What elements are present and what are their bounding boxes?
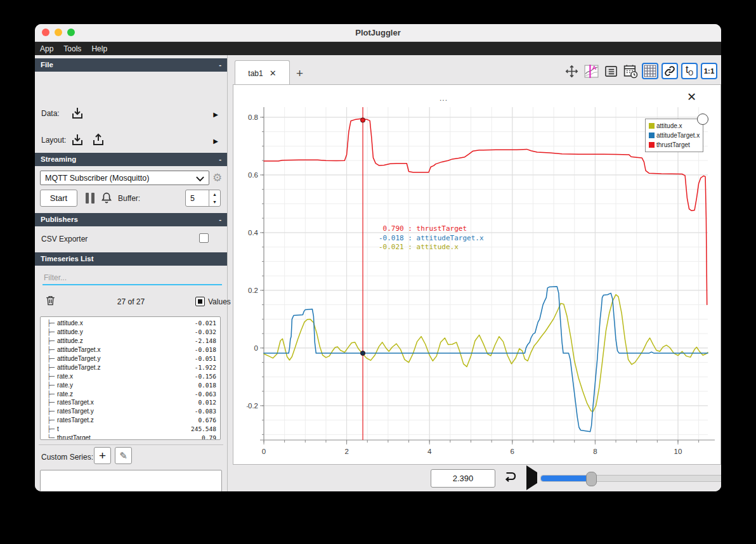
pause-icon[interactable] <box>86 193 94 204</box>
tree-branch-icon: ├─ <box>47 425 55 432</box>
series-value: -0.051 <box>195 355 216 362</box>
file-section-header[interactable]: File - <box>35 58 227 72</box>
curve-tracker-button[interactable]: A <box>583 63 599 79</box>
start-streaming-button[interactable]: Start <box>40 190 77 207</box>
menu-tools[interactable]: Tools <box>63 44 81 53</box>
series-name[interactable]: rate.y <box>57 382 198 389</box>
menu-app[interactable]: App <box>40 44 53 53</box>
load-layout-button[interactable] <box>70 133 85 148</box>
list-item[interactable]: ├─rate.x-0.156 <box>41 372 220 380</box>
legend-handle-icon[interactable] <box>697 113 708 125</box>
series-name[interactable]: t <box>57 425 191 432</box>
list-item[interactable]: ├─ratesTarget.z0.676 <box>41 416 220 425</box>
save-layout-button[interactable] <box>91 133 106 148</box>
series-name[interactable]: ratesTarget.y <box>57 408 195 415</box>
splitter-dots[interactable]: ... <box>440 94 448 103</box>
load-data-button[interactable] <box>70 106 85 121</box>
tracker-readout-line: -0.018 : attitudeTarget.x <box>379 234 484 243</box>
add-tab-button[interactable]: + <box>296 67 303 81</box>
filter-input[interactable] <box>42 271 222 285</box>
pan-tool-button[interactable] <box>563 63 580 79</box>
series-name[interactable]: rate.x <box>57 373 195 380</box>
tree-branch-icon: └─ <box>47 434 55 440</box>
legend-entry[interactable]: attitude.x <box>649 121 700 131</box>
list-item[interactable]: ├─attitudeTarget.y-0.051 <box>41 354 220 363</box>
plot-area[interactable]: 02468100.80.60.40.20-0.2 0.790 : thrustT… <box>247 107 716 462</box>
custom-series-list[interactable] <box>40 470 222 491</box>
series-name[interactable]: attitudeTarget.x <box>57 346 195 353</box>
loop-icon <box>501 469 518 484</box>
values-checkbox[interactable] <box>195 297 205 306</box>
svg-text:0.6: 0.6 <box>248 171 258 179</box>
close-plot-icon[interactable]: ✕ <box>687 91 696 103</box>
tree-branch-icon: ├─ <box>47 391 55 398</box>
edit-custom-series-button[interactable]: ✎ <box>115 447 132 464</box>
loop-button[interactable] <box>501 469 518 487</box>
series-name[interactable]: ratesTarget.x <box>57 399 198 406</box>
collapse-icon[interactable]: - <box>219 213 221 226</box>
play-button[interactable] <box>526 472 537 484</box>
legend-entry[interactable]: attitudeTarget.x <box>649 131 700 140</box>
streaming-section-header[interactable]: Streaming - <box>35 153 227 166</box>
tab-tab1[interactable]: tab1 ✕ <box>235 60 290 86</box>
svg-text:10: 10 <box>674 448 682 455</box>
series-value: -0.083 <box>195 408 216 415</box>
menu-help[interactable]: Help <box>91 44 107 53</box>
grid-layout-button[interactable] <box>642 63 658 79</box>
timeline-slider[interactable] <box>540 475 721 482</box>
csv-exporter-checkbox[interactable] <box>199 233 209 243</box>
grid-icon <box>644 65 656 77</box>
chevron-down-icon <box>195 175 205 183</box>
list-item[interactable]: ├─attitudeTarget.x-0.018 <box>41 346 220 354</box>
slider-handle[interactable] <box>586 472 597 486</box>
link-ranges-button[interactable] <box>662 63 678 79</box>
series-name[interactable]: attitudeTarget.z <box>57 364 195 371</box>
series-name[interactable]: ratesTarget.z <box>57 417 198 424</box>
t0-icon: tO <box>686 65 693 77</box>
add-custom-series-button[interactable]: + <box>94 447 111 464</box>
collapse-icon[interactable]: - <box>219 58 221 72</box>
series-name[interactable]: attitude.y <box>57 328 195 335</box>
custom-series-label: Custom Series: <box>41 453 93 462</box>
ratio-1to1-button[interactable]: 1:1 <box>701 63 717 79</box>
notifications-bell-icon[interactable] <box>100 190 114 208</box>
series-name[interactable]: thrustTarget <box>57 434 202 440</box>
streaming-settings-gear-icon[interactable]: ⚙ <box>212 171 222 185</box>
spin-up-icon[interactable]: ▲ <box>209 190 220 198</box>
plot-legend[interactable]: attitude.xattitudeTarget.xthrustTarget <box>645 119 703 152</box>
list-item[interactable]: ├─attitude.x-0.021 <box>41 319 220 328</box>
list-item[interactable]: ├─attitude.y-0.032 <box>41 328 220 337</box>
series-name[interactable]: attitudeTarget.y <box>57 355 195 362</box>
legend-list-button[interactable] <box>603 63 619 79</box>
current-time-display[interactable]: 2.390 <box>431 469 495 488</box>
timeseries-section-header[interactable]: Timeseries List <box>35 252 227 266</box>
publishers-section-header[interactable]: Publishers - <box>35 213 227 226</box>
legend-entry[interactable]: thrustTarget <box>649 140 700 150</box>
chart-canvas[interactable]: 02468100.80.60.40.20-0.2 <box>247 107 716 462</box>
series-name[interactable]: attitude.x <box>57 320 195 327</box>
list-item[interactable]: ├─ratesTarget.y-0.083 <box>41 407 220 416</box>
timeseries-tree[interactable]: ├─attitude.x-0.021├─attitude.y-0.032├─at… <box>40 316 221 440</box>
buffer-spinbox[interactable]: 5 ▲▼ <box>185 190 221 207</box>
series-name[interactable]: attitude.z <box>57 337 195 344</box>
streaming-source-select[interactable]: MQTT Subscriber (Mosquitto) <box>40 171 209 185</box>
file-section-title: File <box>41 61 53 68</box>
close-tab-icon[interactable]: ✕ <box>270 68 277 78</box>
time-offset-button[interactable]: tO <box>681 63 698 79</box>
list-item[interactable]: ├─t245.548 <box>41 425 220 434</box>
svg-text:4: 4 <box>427 448 432 455</box>
datetime-button[interactable] <box>622 63 639 79</box>
list-item[interactable]: └─thrustTarget0.79 <box>41 434 220 440</box>
list-item[interactable]: ├─attitude.z-2.148 <box>41 337 220 346</box>
list-item[interactable]: ├─ratesTarget.x0.012 <box>41 398 220 407</box>
data-menu-arrow[interactable]: ▶ <box>213 111 218 118</box>
layout-menu-arrow[interactable]: ▶ <box>213 138 218 145</box>
spin-down-icon[interactable]: ▼ <box>209 198 220 207</box>
list-item[interactable]: ├─rate.z-0.063 <box>41 389 220 398</box>
list-item[interactable]: ├─attitudeTarget.z-1.922 <box>41 363 220 372</box>
list-item[interactable]: ├─rate.y0.018 <box>41 380 220 389</box>
collapse-icon[interactable]: - <box>219 153 221 166</box>
series-name[interactable]: rate.z <box>57 391 195 398</box>
buffer-label: Buffer: <box>118 194 140 203</box>
buffer-value[interactable]: 5 <box>186 190 209 206</box>
